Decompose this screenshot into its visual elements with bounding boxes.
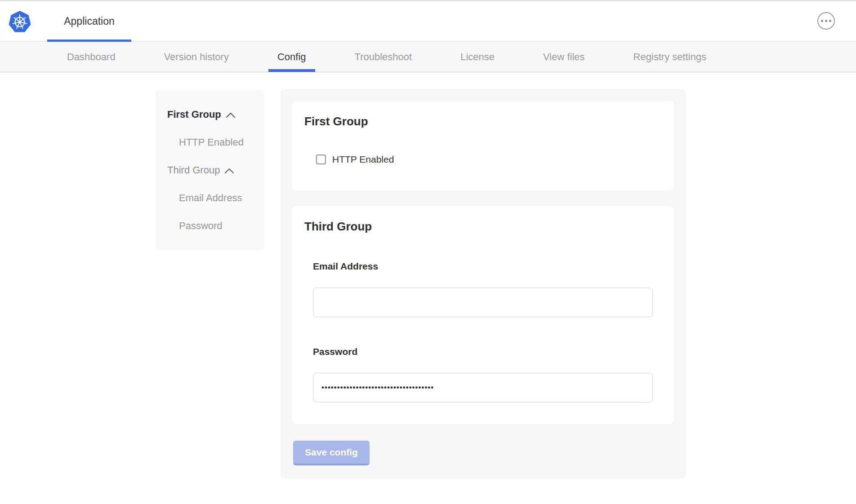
tab-application[interactable]: Application [47,1,131,41]
http-enabled-checkbox[interactable] [316,155,326,164]
nav-tab-label: Troubleshoot [355,51,412,63]
config-sidebar: First Group HTTP Enabled Third Group Ema… [155,90,264,250]
password-input[interactable] [313,373,653,402]
spacer [167,148,260,164]
ellipsis-menu-button[interactable] [817,12,835,30]
sidebar-group-label: First Group [167,109,221,120]
chevron-up-icon [226,112,236,118]
sidebar-group-first-group[interactable]: First Group [167,109,260,120]
nav-tab-troubleshoot[interactable]: Troubleshoot [355,42,412,72]
save-config-button[interactable]: Save config [293,441,370,465]
password-label: Password [313,346,357,357]
nav-active-underline [268,69,315,72]
sidebar-group-third-group[interactable]: Third Group [167,164,260,176]
group-title: First Group [304,115,368,128]
sidebar-item-email-address[interactable]: Email Address [167,192,260,204]
sidebar-item-password[interactable]: Password [167,220,260,232]
ellipsis-icon [829,20,831,22]
nav-tab-label: License [460,51,495,63]
kubernetes-logo-icon [8,10,31,33]
app-subnav: Dashboard Version history Config Trouble… [0,42,856,72]
nav-tab-config[interactable]: Config [277,42,306,72]
email-address-label: Email Address [313,261,378,272]
nav-tab-dashboard[interactable]: Dashboard [67,42,116,72]
http-enabled-field: HTTP Enabled [316,154,394,165]
nav-tab-label: View files [543,51,585,63]
ellipsis-icon [825,20,827,22]
nav-tab-label: Registry settings [633,51,707,63]
tab-application-label: Application [64,15,115,27]
config-group-card-third: Third Group Email Address Password [292,206,673,424]
nav-tab-version-history[interactable]: Version history [164,42,229,72]
nav-tab-label: Config [277,51,306,63]
spacer [167,204,260,220]
sidebar-item-http-enabled[interactable]: HTTP Enabled [167,137,260,148]
app-header: Application [0,1,856,42]
spacer [167,120,260,137]
chevron-up-icon [224,168,234,174]
ellipsis-icon [821,20,823,22]
config-content-panel: First Group HTTP Enabled Third Group Ema… [281,89,686,479]
tab-active-underline [47,40,131,42]
spacer [167,176,260,192]
email-address-input[interactable] [313,287,653,317]
sidebar-group-label: Third Group [167,164,220,176]
nav-tab-label: Dashboard [67,51,116,63]
nav-tab-license[interactable]: License [460,42,495,72]
http-enabled-label: HTTP Enabled [332,154,394,165]
nav-tab-registry-settings[interactable]: Registry settings [633,42,707,72]
config-group-card-first: First Group HTTP Enabled [292,101,673,190]
group-title: Third Group [304,220,372,234]
nav-tab-label: Version history [164,51,229,63]
nav-tab-view-files[interactable]: View files [543,42,585,72]
